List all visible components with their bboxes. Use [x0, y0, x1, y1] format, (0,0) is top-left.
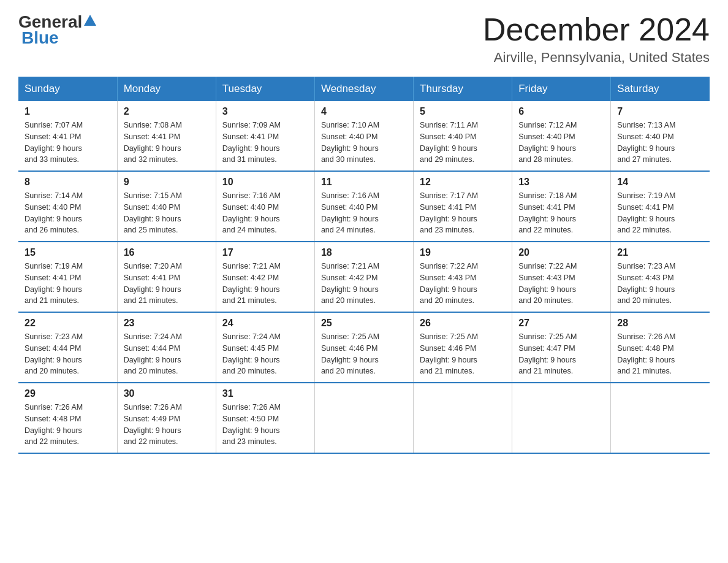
day-number: 10: [222, 177, 308, 188]
calendar-cell: [611, 383, 710, 453]
day-info: Sunrise: 7:16 AMSunset: 4:40 PMDaylight:…: [321, 190, 407, 236]
day-number: 13: [518, 177, 604, 188]
calendar-cell: 22Sunrise: 7:23 AMSunset: 4:44 PMDayligh…: [18, 312, 117, 383]
logo-triangle-icon: [84, 15, 96, 26]
calendar-cell: 8Sunrise: 7:14 AMSunset: 4:40 PMDaylight…: [18, 171, 117, 242]
day-info: Sunrise: 7:13 AMSunset: 4:40 PMDaylight:…: [617, 120, 703, 166]
page-header: General Blue December 2024 Airville, Pen…: [18, 12, 710, 66]
day-number: 17: [222, 247, 308, 258]
calendar-week-row: 29Sunrise: 7:26 AMSunset: 4:48 PMDayligh…: [18, 383, 710, 453]
calendar-week-row: 1Sunrise: 7:07 AMSunset: 4:41 PMDaylight…: [18, 101, 710, 171]
calendar-cell: 24Sunrise: 7:24 AMSunset: 4:45 PMDayligh…: [216, 312, 314, 383]
day-number: 24: [222, 318, 308, 329]
day-number: 2: [124, 106, 210, 117]
calendar-cell: 5Sunrise: 7:11 AMSunset: 4:40 PMDaylight…: [414, 101, 512, 171]
day-number: 16: [124, 247, 210, 258]
calendar-header-row: SundayMondayTuesdayWednesdayThursdayFrid…: [18, 77, 710, 101]
day-info: Sunrise: 7:21 AMSunset: 4:42 PMDaylight:…: [222, 261, 308, 307]
calendar-cell: 30Sunrise: 7:26 AMSunset: 4:49 PMDayligh…: [117, 383, 216, 453]
day-number: 27: [518, 318, 604, 329]
month-title: December 2024: [483, 12, 710, 47]
calendar-cell: 12Sunrise: 7:17 AMSunset: 4:41 PMDayligh…: [414, 171, 512, 242]
calendar-cell: 25Sunrise: 7:25 AMSunset: 4:46 PMDayligh…: [314, 312, 413, 383]
day-number: 14: [617, 177, 703, 188]
col-header-tuesday: Tuesday: [216, 77, 314, 101]
calendar-cell: 9Sunrise: 7:15 AMSunset: 4:40 PMDaylight…: [117, 171, 216, 242]
calendar-week-row: 22Sunrise: 7:23 AMSunset: 4:44 PMDayligh…: [18, 312, 710, 383]
day-info: Sunrise: 7:25 AMSunset: 4:47 PMDaylight:…: [518, 331, 604, 377]
title-section: December 2024 Airville, Pennsylvania, Un…: [483, 12, 710, 66]
day-info: Sunrise: 7:24 AMSunset: 4:44 PMDaylight:…: [124, 331, 210, 377]
day-info: Sunrise: 7:24 AMSunset: 4:45 PMDaylight:…: [222, 331, 308, 377]
day-number: 9: [124, 177, 210, 188]
day-info: Sunrise: 7:25 AMSunset: 4:46 PMDaylight:…: [321, 331, 407, 377]
day-info: Sunrise: 7:07 AMSunset: 4:41 PMDaylight:…: [25, 120, 111, 166]
calendar-cell: 4Sunrise: 7:10 AMSunset: 4:40 PMDaylight…: [314, 101, 413, 171]
day-number: 6: [518, 106, 604, 117]
day-number: 22: [25, 318, 111, 329]
calendar-week-row: 15Sunrise: 7:19 AMSunset: 4:41 PMDayligh…: [18, 242, 710, 312]
logo: General Blue: [18, 12, 98, 48]
day-info: Sunrise: 7:16 AMSunset: 4:40 PMDaylight:…: [222, 190, 308, 236]
logo-blue-text: Blue: [21, 28, 59, 48]
day-number: 29: [25, 388, 111, 399]
calendar-cell: 29Sunrise: 7:26 AMSunset: 4:48 PMDayligh…: [18, 383, 117, 453]
day-info: Sunrise: 7:26 AMSunset: 4:50 PMDaylight:…: [222, 402, 308, 448]
day-info: Sunrise: 7:26 AMSunset: 4:49 PMDaylight:…: [124, 402, 210, 448]
day-number: 3: [222, 106, 308, 117]
calendar-cell: 13Sunrise: 7:18 AMSunset: 4:41 PMDayligh…: [512, 171, 611, 242]
calendar-cell: 18Sunrise: 7:21 AMSunset: 4:42 PMDayligh…: [314, 242, 413, 312]
day-info: Sunrise: 7:08 AMSunset: 4:41 PMDaylight:…: [124, 120, 210, 166]
day-number: 23: [124, 318, 210, 329]
calendar-week-row: 8Sunrise: 7:14 AMSunset: 4:40 PMDaylight…: [18, 171, 710, 242]
day-info: Sunrise: 7:18 AMSunset: 4:41 PMDaylight:…: [518, 190, 604, 236]
day-number: 8: [25, 177, 111, 188]
day-info: Sunrise: 7:21 AMSunset: 4:42 PMDaylight:…: [321, 261, 407, 307]
calendar-cell: 15Sunrise: 7:19 AMSunset: 4:41 PMDayligh…: [18, 242, 117, 312]
day-info: Sunrise: 7:26 AMSunset: 4:48 PMDaylight:…: [25, 402, 111, 448]
day-number: 18: [321, 247, 407, 258]
calendar-cell: 11Sunrise: 7:16 AMSunset: 4:40 PMDayligh…: [314, 171, 413, 242]
day-info: Sunrise: 7:17 AMSunset: 4:41 PMDaylight:…: [420, 190, 506, 236]
day-info: Sunrise: 7:19 AMSunset: 4:41 PMDaylight:…: [25, 261, 111, 307]
calendar-table: SundayMondayTuesdayWednesdayThursdayFrid…: [18, 77, 710, 454]
calendar-cell: 31Sunrise: 7:26 AMSunset: 4:50 PMDayligh…: [216, 383, 314, 453]
calendar-cell: [512, 383, 611, 453]
calendar-cell: 1Sunrise: 7:07 AMSunset: 4:41 PMDaylight…: [18, 101, 117, 171]
col-header-wednesday: Wednesday: [314, 77, 413, 101]
day-info: Sunrise: 7:22 AMSunset: 4:43 PMDaylight:…: [518, 261, 604, 307]
day-number: 11: [321, 177, 407, 188]
calendar-cell: 10Sunrise: 7:16 AMSunset: 4:40 PMDayligh…: [216, 171, 314, 242]
col-header-sunday: Sunday: [18, 77, 117, 101]
day-info: Sunrise: 7:15 AMSunset: 4:40 PMDaylight:…: [124, 190, 210, 236]
calendar-cell: 23Sunrise: 7:24 AMSunset: 4:44 PMDayligh…: [117, 312, 216, 383]
day-info: Sunrise: 7:26 AMSunset: 4:48 PMDaylight:…: [617, 331, 703, 377]
day-number: 30: [124, 388, 210, 399]
day-info: Sunrise: 7:23 AMSunset: 4:43 PMDaylight:…: [617, 261, 703, 307]
day-info: Sunrise: 7:25 AMSunset: 4:46 PMDaylight:…: [420, 331, 506, 377]
day-number: 31: [222, 388, 308, 399]
calendar-cell: 2Sunrise: 7:08 AMSunset: 4:41 PMDaylight…: [117, 101, 216, 171]
day-number: 19: [420, 247, 506, 258]
col-header-saturday: Saturday: [611, 77, 710, 101]
col-header-monday: Monday: [117, 77, 216, 101]
day-number: 7: [617, 106, 703, 117]
calendar-cell: 27Sunrise: 7:25 AMSunset: 4:47 PMDayligh…: [512, 312, 611, 383]
col-header-friday: Friday: [512, 77, 611, 101]
calendar-cell: 19Sunrise: 7:22 AMSunset: 4:43 PMDayligh…: [414, 242, 512, 312]
day-info: Sunrise: 7:22 AMSunset: 4:43 PMDaylight:…: [420, 261, 506, 307]
day-number: 25: [321, 318, 407, 329]
day-number: 15: [25, 247, 111, 258]
day-info: Sunrise: 7:23 AMSunset: 4:44 PMDaylight:…: [25, 331, 111, 377]
calendar-cell: 7Sunrise: 7:13 AMSunset: 4:40 PMDaylight…: [611, 101, 710, 171]
day-info: Sunrise: 7:11 AMSunset: 4:40 PMDaylight:…: [420, 120, 506, 166]
day-number: 4: [321, 106, 407, 117]
calendar-cell: [314, 383, 413, 453]
day-info: Sunrise: 7:09 AMSunset: 4:41 PMDaylight:…: [222, 120, 308, 166]
day-info: Sunrise: 7:10 AMSunset: 4:40 PMDaylight:…: [321, 120, 407, 166]
calendar-cell: 17Sunrise: 7:21 AMSunset: 4:42 PMDayligh…: [216, 242, 314, 312]
calendar-cell: 21Sunrise: 7:23 AMSunset: 4:43 PMDayligh…: [611, 242, 710, 312]
col-header-thursday: Thursday: [414, 77, 512, 101]
day-info: Sunrise: 7:12 AMSunset: 4:40 PMDaylight:…: [518, 120, 604, 166]
day-info: Sunrise: 7:14 AMSunset: 4:40 PMDaylight:…: [25, 190, 111, 236]
